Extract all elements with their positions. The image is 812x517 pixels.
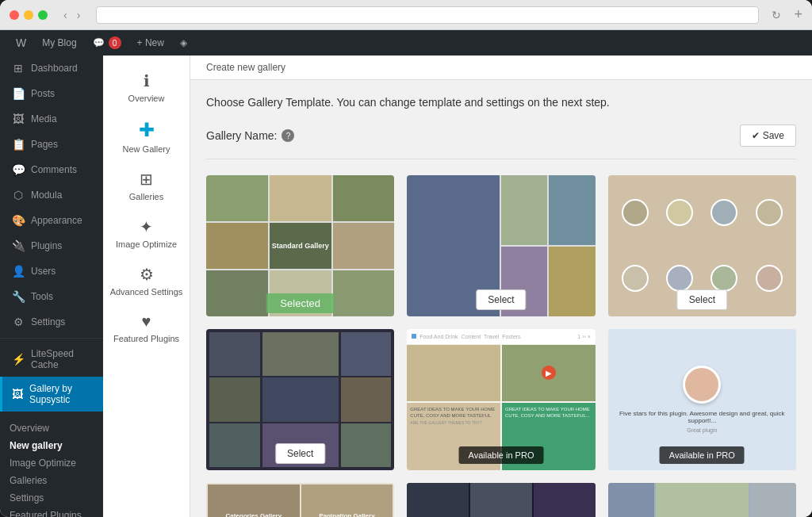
select-mosaic-button[interactable]: Select (476, 289, 526, 310)
sidebar-item-posts[interactable]: 📄 Posts (0, 81, 103, 106)
sidebar-item-users[interactable]: 👤 Users (0, 258, 103, 284)
content-inner: Choose Gallery Template. You can change … (190, 80, 812, 517)
gallery-name-label: Gallery Name: ? (206, 129, 294, 142)
template-mosaic[interactable]: Select (407, 175, 595, 316)
template-pagination[interactable]: Categories Gallery Pagination Gallery (206, 483, 394, 517)
traffic-lights (10, 10, 48, 20)
browser-window: ‹ › ↻ + W My Blog 💬 0 + New ◈ (0, 0, 812, 517)
template-portrait[interactable]: Five stars for this plugin. Awesome desi… (608, 329, 796, 470)
sidebar-item-tools[interactable]: 🔧 Tools (0, 284, 103, 309)
template-standard-overlay: Selected (266, 296, 335, 310)
dynamic-icon: ◈ (180, 37, 187, 48)
sidebar-item-label-modula: Modula (31, 190, 62, 201)
bottom-link-image-optimize[interactable]: Image Optimize (10, 454, 94, 472)
refresh-button[interactable]: ↻ (772, 9, 781, 21)
litespeed-icon: ⚡ (12, 353, 25, 366)
template-portrait-pro-badge: Available in PRO (660, 446, 745, 464)
breadcrumb-text: Create new gallery (206, 62, 285, 73)
comments-icon: 💬 (12, 163, 25, 176)
sidebar-item-litespeed[interactable]: ⚡ LiteSpeed Cache (0, 342, 103, 377)
url-bar[interactable] (96, 6, 759, 24)
wp-logo-icon: W (16, 36, 26, 49)
browser-titlebar: ‹ › ↻ + (0, 0, 812, 30)
maximize-button[interactable] (38, 10, 48, 20)
page-description: Choose Gallery Template. You can change … (206, 96, 796, 109)
dynamic-item[interactable]: ◈ (172, 30, 195, 56)
sidebar-item-comments[interactable]: 💬 Comments (0, 157, 103, 182)
bottom-link-featured-plugins[interactable]: Featured Plugins (10, 507, 94, 517)
site-name-label: My Blog (42, 37, 76, 48)
gallery-icon: 🖼 (12, 388, 23, 400)
select-circles-button[interactable]: Select (677, 289, 727, 310)
template-circles-overlay: Select (677, 289, 727, 310)
template-standard[interactable]: Standard Gallery Selected (206, 175, 394, 316)
sidebar-item-label-media: Media (31, 113, 57, 124)
new-label: + New (137, 37, 164, 48)
select-blog-button[interactable]: Select (275, 443, 325, 464)
sub-sidebar-item-new-gallery[interactable]: ✚ New Gallery (103, 111, 190, 162)
selected-badge: Selected (266, 293, 335, 313)
sidebar-item-label-users: Users (31, 266, 56, 277)
sidebar-item-modula[interactable]: ⬡ Modula (0, 182, 103, 208)
gallery-name-help[interactable]: ? (282, 129, 294, 142)
back-button[interactable]: ‹ (60, 7, 71, 23)
sidebar-item-label-pages: Pages (31, 139, 58, 150)
template-blog[interactable]: Select (206, 329, 394, 470)
sidebar-item-label-posts: Posts (31, 88, 55, 99)
breadcrumb: Create new gallery (190, 56, 812, 80)
galleries-grid-icon: ⊞ (140, 170, 153, 189)
wp-logo-item[interactable]: W (8, 30, 34, 56)
advanced-settings-icon: ⚙ (140, 265, 154, 284)
sidebar-item-settings[interactable]: ⚙ Settings (0, 309, 103, 335)
sub-sidebar-item-image-optimize[interactable]: ✦ Image Optimize (103, 209, 190, 257)
new-gallery-icon: ✚ (139, 119, 155, 141)
sidebar-item-label-plugins: Plugins (31, 240, 62, 251)
sub-sidebar-item-featured-plugins[interactable]: ♥ Featured Plugins (103, 304, 190, 351)
sidebar-item-label-litespeed: LiteSpeed Cache (31, 348, 94, 370)
wp-main: ⊞ Dashboard 📄 Posts 🖼 Media 📋 Pages 💬 (0, 56, 812, 517)
template-circles[interactable]: Select (608, 175, 796, 316)
featured-plugins-icon: ♥ (142, 312, 151, 331)
bottom-link-overview[interactable]: Overview (10, 419, 94, 437)
new-tab-button[interactable]: + (794, 6, 802, 23)
template-landscape[interactable]: Select (608, 483, 796, 517)
template-slim[interactable]: Food And Drink Content Travel Fosters 1 … (407, 329, 595, 470)
plugins-icon: 🔌 (12, 239, 25, 252)
sub-sidebar-label-image-optimize: Image Optimize (116, 239, 177, 249)
bottom-link-settings[interactable]: Settings (10, 489, 94, 507)
sidebar-item-plugins[interactable]: 🔌 Plugins (0, 233, 103, 258)
site-name-item[interactable]: My Blog (34, 30, 84, 56)
new-content-item[interactable]: + New (129, 30, 172, 56)
forward-button[interactable]: › (74, 7, 84, 23)
wp-sidebar: ⊞ Dashboard 📄 Posts 🖼 Media 📋 Pages 💬 (0, 56, 103, 517)
template-categories[interactable]: Available in PRO (407, 483, 595, 517)
minimize-button[interactable] (24, 10, 33, 20)
bottom-link-galleries[interactable]: Galleries (10, 472, 94, 489)
sub-sidebar-item-advanced-settings[interactable]: ⚙ Advanced Settings (103, 257, 190, 304)
wp-admin-bar: W My Blog 💬 0 + New ◈ (0, 30, 812, 56)
close-button[interactable] (10, 10, 19, 20)
sidebar-item-pages[interactable]: 📋 Pages (0, 132, 103, 157)
sidebar-item-label-comments: Comments (31, 164, 77, 175)
save-button[interactable]: ✔ Save (740, 124, 796, 147)
sub-sidebar-item-overview[interactable]: ℹ Overview (103, 63, 190, 111)
sidebar-item-gallery[interactable]: 🖼 Gallery by Supsystic (0, 377, 103, 412)
sidebar-item-media[interactable]: 🖼 Media (0, 106, 103, 132)
overview-icon: ℹ (144, 71, 150, 90)
modula-icon: ⬡ (12, 189, 25, 201)
wp-wrapper: W My Blog 💬 0 + New ◈ ⊞ Dashboard (0, 30, 812, 517)
nav-arrows: ‹ › (60, 7, 83, 23)
sidebar-item-label-dashboard: Dashboard (31, 63, 78, 74)
sub-sidebar-label-featured-plugins: Featured Plugins (113, 334, 179, 343)
sub-sidebar-item-galleries[interactable]: ⊞ Galleries (103, 162, 190, 209)
wp-sub-sidebar: ℹ Overview ✚ New Gallery ⊞ Galleries ✦ I… (103, 56, 190, 517)
comments-item[interactable]: 💬 0 (85, 30, 129, 56)
image-optimize-icon: ✦ (140, 217, 153, 236)
sidebar-item-appearance[interactable]: 🎨 Appearance (0, 208, 103, 233)
sidebar-item-dashboard[interactable]: ⊞ Dashboard (0, 56, 103, 81)
sidebar-item-label-appearance: Appearance (31, 215, 82, 226)
bottom-link-new-gallery[interactable]: New gallery (10, 437, 94, 454)
settings-icon: ⚙ (12, 316, 25, 328)
dashboard-icon: ⊞ (12, 62, 25, 75)
sidebar-bottom-links: Overview New gallery Image Optimize Gall… (0, 412, 103, 517)
